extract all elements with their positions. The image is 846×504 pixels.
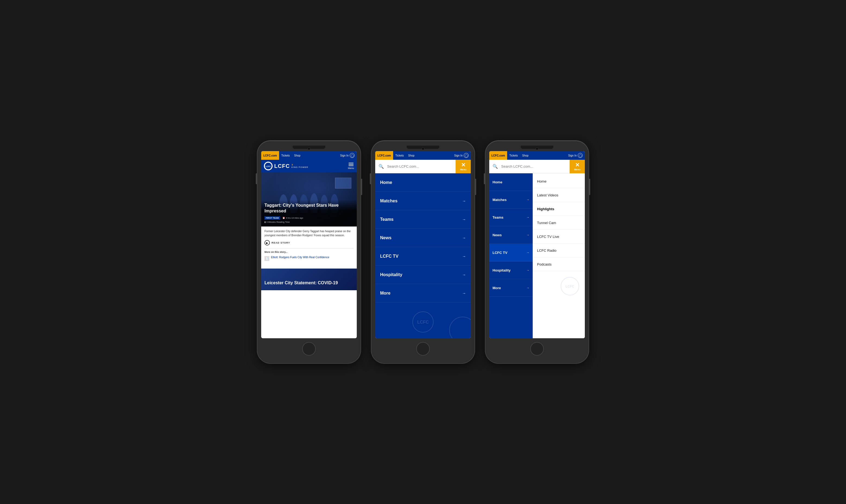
nav-more-2[interactable]: More → [375,284,471,303]
split-menu: Home Matches → Teams → News → LCFC TV → [489,173,585,338]
split-lcfctv[interactable]: LCFC TV → [489,244,533,262]
close-x-icon-3: ✕ [575,162,580,168]
article-meta: FIRST TEAM ⏰ 3 hrs 13 mins ago [264,216,353,220]
second-card-title: Leicester City Statement: COVID-19 [264,280,338,286]
top-bar: LCFC.com Tickets Shop Sign In ◯ [261,151,357,160]
camera-3 [536,147,538,150]
camera [308,147,310,150]
split-arrow-hospitality: → [526,269,530,272]
top-bar-2: LCFC.com Tickets Shop Sign In ◯ [375,151,471,160]
shop-link-3[interactable]: Shop [520,154,531,157]
top-bar-left-3: LCFC.com Tickets Shop [489,151,531,160]
read-story-label: READ STORY [272,241,290,244]
search-icon: 🔍 [375,164,387,169]
split-hospitality[interactable]: Hospitality → [489,262,533,279]
search-bar-2: 🔍 ✕ Menu [375,160,471,173]
svg-text:LCFC: LCFC [566,285,574,288]
nav-news-2[interactable]: News → [375,229,471,247]
search-bar-3: 🔍 ✕ Menu [489,160,585,173]
submenu-tunnel-cam[interactable]: Tunnel Cam [533,216,585,230]
hamburger-icon [349,163,353,166]
menu-button[interactable]: Menu [348,163,354,169]
split-teams[interactable]: Teams → [489,209,533,226]
menu-close-button-3[interactable]: ✕ Menu [570,160,585,173]
phone-1: LCFC.com Tickets Shop Sign In ◯ LCFC [257,141,361,363]
search-icon-3: 🔍 [489,164,501,169]
second-card[interactable]: Leicester City Statement: COVID-19 [261,269,357,290]
split-arrow-more: → [526,286,530,289]
split-arrow-news: → [526,233,530,236]
watermark-logo: LCFC [412,311,434,333]
tickets-link-2[interactable]: Tickets [393,154,406,157]
divider [264,248,353,249]
reading-time: ▮ 3 Minutes Reading Time [264,221,353,223]
user-icon-2: ◯ [464,153,469,158]
more-story-label: More on this story... [264,251,353,253]
sign-in-button-2[interactable]: Sign In ◯ [454,153,469,158]
sign-in-button[interactable]: Sign In ◯ [340,153,355,158]
tickets-link-3[interactable]: Tickets [507,154,520,157]
menu-label: Menu [348,167,354,169]
split-matches[interactable]: Matches → [489,191,533,209]
shop-link-2[interactable]: Shop [406,154,416,157]
article-overlay: Taggart: City's Youngest Stars Have Impr… [261,200,357,227]
top-bar-left-2: LCFC.com Tickets Shop [375,151,417,160]
lcfc-link-2[interactable]: LCFC.com [375,151,393,160]
search-input-2[interactable] [387,164,455,168]
nav-hospitality-2[interactable]: Hospitality → [375,266,471,284]
nav-home-2[interactable]: Home [375,173,471,192]
read-story-button[interactable]: ▶ READ STORY [264,240,353,246]
home-button[interactable] [302,342,316,356]
related-text: Elliott: Rodgers Fuels City With Real Co… [271,255,329,259]
split-home[interactable]: Home [489,173,533,191]
logo-circle: LCFC [264,162,273,170]
svg-text:LCFC: LCFC [417,320,429,324]
split-more[interactable]: More → [489,279,533,297]
split-news[interactable]: News → [489,226,533,244]
phone-2: LCFC.com Tickets Shop Sign In ◯ 🔍 ✕ Menu [372,141,474,363]
submenu-latest-videos[interactable]: Latest Videos [533,188,585,202]
arrow-news: → [462,236,466,240]
king-power: ♛ KING POWER [291,164,308,168]
arrow-more: → [462,291,466,295]
screen-1: LCFC.com Tickets Shop Sign In ◯ LCFC [261,151,357,338]
team-tag: FIRST TEAM [264,216,280,220]
submenu-podcasts[interactable]: Podcasts [533,257,585,271]
menu-close-button-2[interactable]: ✕ Menu [455,160,471,173]
screen-2: LCFC.com Tickets Shop Sign In ◯ 🔍 ✕ Menu [375,151,471,338]
submenu-lcfc-radio[interactable]: LCFC Radio [533,244,585,257]
sign-in-button-3[interactable]: Sign In ◯ [568,153,583,158]
phone-3: LCFC.com Tickets Shop Sign In ◯ 🔍 ✕ Menu [485,141,589,363]
article-title: Taggart: City's Youngest Stars Have Impr… [264,203,353,214]
top-bar-left: LCFC.com Tickets Shop [261,151,303,160]
user-icon-3: ◯ [578,153,583,158]
article-icon: 📄 [264,256,269,261]
home-button-3[interactable] [530,342,544,356]
submenu-lcfc-tv-live[interactable]: LCFC TV Live [533,230,585,244]
tickets-link[interactable]: Tickets [279,154,292,157]
lcfc-link-3[interactable]: LCFC.com [489,151,507,160]
shop-link[interactable]: Shop [292,154,303,157]
nav-teams-2[interactable]: Teams → [375,210,471,229]
user-icon: ◯ [350,153,355,158]
search-input-3[interactable] [501,164,570,168]
related-item[interactable]: 📄 Elliott: Rodgers Fuels City With Real … [264,255,353,261]
home-button-2[interactable] [416,342,430,356]
nav-matches-2[interactable]: Matches → [375,192,471,210]
top-bar-right-2: Sign In ◯ [454,153,471,158]
nav-menu-2: Home Matches → Teams → News → LCFC TV → … [375,173,471,306]
nav-lcfctv-2[interactable]: LCFC TV → [375,247,471,266]
camera-2 [422,147,424,150]
time-ago: ⏰ 3 hrs 13 mins ago [282,217,303,219]
screen-3: LCFC.com Tickets Shop Sign In ◯ 🔍 ✕ Menu [489,151,585,338]
logo-text: LCFC [274,163,290,169]
submenu-home[interactable]: Home [533,173,585,188]
article-description: Former Leicester City defender Gerry Tag… [264,229,353,237]
logo-area: LCFC LCFC ♛ KING POWER [264,162,308,170]
lcfc-link[interactable]: LCFC.com [261,151,279,160]
menu-close-label-2: Menu [460,168,466,171]
submenu-highlights[interactable]: Highlights [533,202,585,216]
arrow-matches: → [462,199,466,203]
top-bar-3: LCFC.com Tickets Shop Sign In ◯ [489,151,585,160]
split-arrow-lcfctv: → [526,251,530,254]
